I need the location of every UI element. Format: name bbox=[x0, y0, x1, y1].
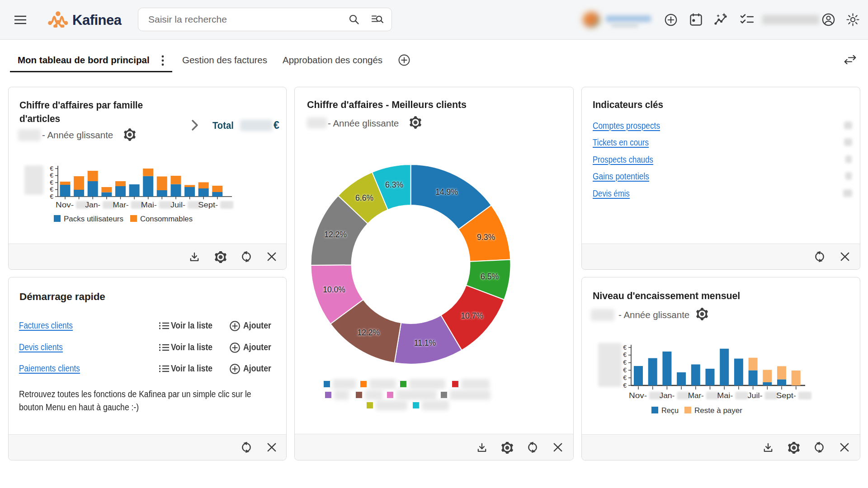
svg-text:Sept-: Sept- bbox=[198, 201, 218, 209]
svg-text:Packs utilisateurs: Packs utilisateurs bbox=[64, 215, 123, 223]
svg-text:Jan-: Jan- bbox=[85, 201, 100, 209]
svg-text:€: € bbox=[623, 374, 627, 381]
svg-text:Nov-: Nov- bbox=[56, 201, 74, 209]
svg-text:€: € bbox=[50, 165, 53, 172]
svg-text:€: € bbox=[50, 172, 53, 179]
svg-text:Mai-: Mai- bbox=[141, 201, 157, 209]
svg-text:Reste à payer: Reste à payer bbox=[694, 406, 743, 414]
svg-text:€: € bbox=[50, 193, 53, 200]
svg-text:Consommables: Consommables bbox=[140, 215, 193, 223]
svg-text:Sept-: Sept- bbox=[776, 391, 796, 399]
svg-text:€: € bbox=[623, 344, 627, 351]
svg-text:Mar-: Mar- bbox=[688, 391, 704, 399]
svg-text:Mar-: Mar- bbox=[113, 201, 129, 209]
svg-text:Juil-: Juil- bbox=[170, 201, 185, 209]
svg-text:€: € bbox=[623, 382, 627, 389]
svg-text:Reçu: Reçu bbox=[661, 406, 679, 414]
svg-text:€: € bbox=[623, 351, 627, 358]
svg-text:Nov-: Nov- bbox=[629, 391, 647, 399]
svg-text:€: € bbox=[623, 359, 627, 366]
svg-text:€: € bbox=[623, 366, 627, 374]
svg-text:Mai-: Mai- bbox=[717, 391, 733, 399]
svg-text:€: € bbox=[50, 186, 53, 193]
svg-text:Jan-: Jan- bbox=[659, 391, 675, 399]
svg-text:Juil-: Juil- bbox=[748, 391, 763, 399]
svg-text:€: € bbox=[50, 179, 53, 186]
